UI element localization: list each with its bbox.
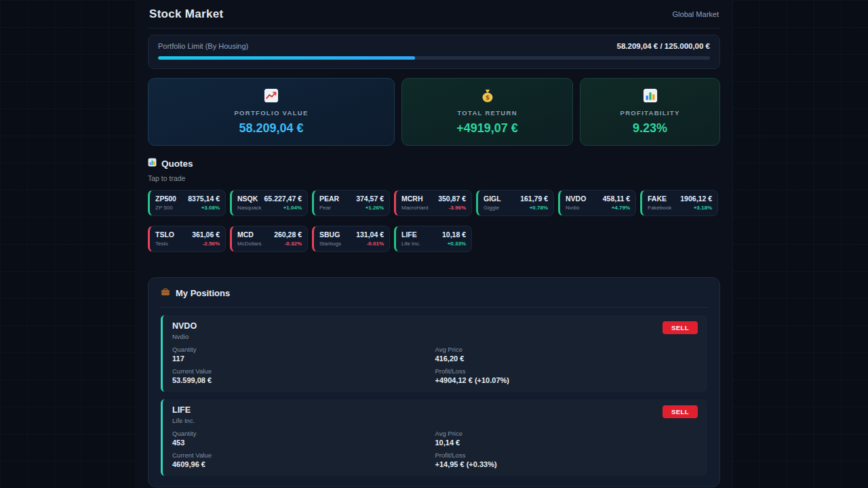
current-value-field: Current Value 53.599,08 €	[172, 367, 435, 384]
quote-name: McDollars	[237, 241, 262, 247]
portfolio-limit-progressbar	[158, 56, 710, 60]
current-value-value: 4609,96 €	[172, 460, 435, 468]
profit-loss-field: Profit/Loss +14,95 € (+0.33%)	[435, 451, 698, 468]
quote-card-life[interactable]: LIFELife Inc. 10,18 €+0.33%	[394, 226, 472, 252]
profitability-card: PROFITABILITY 9.23%	[580, 78, 720, 146]
current-value-label: Current Value	[172, 451, 435, 459]
portfolio-limit-card: Portfolio Limit (By Housing) 58.209,04 €…	[148, 35, 720, 69]
quote-card-sbug[interactable]: SBUGStarbugs 131,04 €-0.01%	[312, 226, 390, 252]
quote-symbol: FAKE	[648, 195, 671, 203]
quote-card-tslo[interactable]: TSLOTeslo 361,06 €-2.56%	[148, 226, 226, 252]
avg-price-label: Avg Price	[435, 346, 698, 353]
quote-card-mcd[interactable]: MCDMcDollars 260,28 €-0.32%	[230, 226, 308, 252]
position-symbol: LIFE	[172, 405, 195, 415]
quote-price: 10,18 €	[442, 230, 466, 239]
portfolio-limit-value: 58.209,04 € / 125.000,00 €	[617, 42, 710, 50]
money-bag-icon: $	[409, 87, 566, 104]
quote-change: +1.04%	[264, 205, 302, 211]
quote-name: Nvdio	[566, 205, 586, 211]
profit-loss-label: Profit/Loss	[435, 367, 698, 375]
sell-button-nvdo[interactable]: SELL	[663, 321, 698, 334]
quantity-field: Quantity 117	[172, 346, 435, 363]
profitability-amount: 9.23%	[587, 121, 713, 136]
quote-grid: ZP500ZP 500 8375,14 €+3.08% NSQKNasquack…	[148, 190, 720, 252]
quote-name: Fakebook	[648, 205, 671, 211]
quote-card-pear[interactable]: PEARPear 374,57 €+1.26%	[312, 190, 390, 216]
quote-price: 350,87 €	[438, 195, 466, 203]
profitability-label: PROFITABILITY	[587, 109, 713, 117]
quote-change: +0.33%	[442, 241, 466, 247]
position-name: Life Inc.	[172, 417, 195, 424]
avg-price-value: 10,14 €	[435, 439, 698, 447]
quote-change: -2.56%	[192, 241, 220, 247]
page-title: Stock Market	[149, 7, 223, 21]
position-symbol: NVDO	[172, 321, 197, 331]
quote-change: -0.32%	[274, 241, 302, 247]
quote-card-gigl[interactable]: GIGLGiggle 161,79 €+0.78%	[476, 190, 554, 216]
quote-symbol: NVDO	[566, 195, 586, 203]
portfolio-limit-progress-fill	[158, 56, 415, 60]
quote-symbol: MCRH	[401, 195, 429, 203]
quantity-label: Quantity	[172, 430, 435, 437]
position-name: Nvdio	[172, 333, 197, 340]
quote-card-zp500[interactable]: ZP500ZP 500 8375,14 €+3.08%	[148, 190, 226, 216]
my-positions-title: My Positions	[176, 288, 230, 298]
total-return-label: TOTAL RETURN	[409, 109, 566, 117]
global-market-label: Global Market	[673, 10, 719, 18]
quotes-bar-chart-icon	[148, 158, 157, 169]
portfolio-value-amount: 58.209,04 €	[155, 121, 387, 136]
current-value-value: 53.599,08 €	[172, 376, 435, 384]
quote-name: Nasquack	[237, 205, 262, 211]
quote-card-fake[interactable]: FAKEFakebook 1906,12 €+3.18%	[640, 190, 718, 216]
quote-name: Pear	[319, 205, 339, 211]
tap-to-trade-hint: Tap to trade	[148, 174, 720, 182]
quote-change: +4.79%	[603, 205, 630, 211]
portfolio-limit-label: Portfolio Limit (By Housing)	[158, 42, 248, 50]
quote-card-nsqk[interactable]: NSQKNasquack 65.227,47 €+1.04%	[230, 190, 308, 216]
quote-name: MacroHard	[401, 205, 429, 211]
quote-price: 8375,14 €	[188, 195, 220, 203]
quote-name: Starbugs	[319, 241, 341, 247]
quote-price: 131,04 €	[356, 230, 384, 239]
quote-change: -0.01%	[356, 241, 384, 247]
quote-symbol: SBUG	[319, 230, 341, 239]
quote-price: 65.227,47 €	[264, 195, 302, 203]
svg-text:$: $	[485, 94, 489, 101]
stock-market-page: Stock Market Global Market Portfolio Lim…	[136, 0, 732, 488]
quote-symbol: NSQK	[237, 195, 262, 203]
quote-symbol: MCD	[237, 230, 262, 239]
profit-loss-value: +4904,12 € (+10.07%)	[435, 376, 698, 384]
position-row-nvdo: NVDO Nvdio SELL Quantity 117 Avg Price 4…	[161, 315, 707, 392]
avg-price-value: 416,20 €	[435, 354, 698, 363]
my-positions-header: My Positions	[161, 287, 707, 308]
stat-cards: PORTFOLIO VALUE 58.209,04 € $ TOTAL RETU…	[148, 78, 720, 146]
quote-symbol: LIFE	[401, 230, 420, 239]
quotes-section-header: Quotes	[148, 158, 720, 169]
portfolio-value-card: PORTFOLIO VALUE 58.209,04 €	[148, 78, 395, 146]
bar-chart-icon	[587, 87, 713, 104]
quote-symbol: ZP500	[155, 195, 176, 203]
quantity-label: Quantity	[172, 346, 435, 353]
quotes-title: Quotes	[161, 159, 193, 169]
quote-card-mcrh[interactable]: MCRHMacroHard 350,87 €-3.96%	[394, 190, 472, 216]
current-value-field: Current Value 4609,96 €	[172, 451, 435, 468]
header: Stock Market Global Market	[148, 0, 720, 28]
total-return-card: $ TOTAL RETURN +4919,07 €	[401, 78, 573, 146]
total-return-amount: +4919,07 €	[409, 121, 566, 136]
quote-symbol: PEAR	[319, 195, 339, 203]
quote-change: +1.26%	[356, 205, 384, 211]
my-positions-panel: My Positions NVDO Nvdio SELL Quantity 11…	[148, 277, 720, 487]
sell-button-life[interactable]: SELL	[663, 405, 698, 418]
quantity-value: 453	[172, 439, 435, 447]
profit-loss-value: +14,95 € (+0.33%)	[435, 460, 698, 468]
quote-name: ZP 500	[155, 205, 176, 211]
quote-card-nvdo[interactable]: NVDONvdio 458,11 €+4.79%	[558, 190, 636, 216]
current-value-label: Current Value	[172, 367, 435, 375]
quote-price: 260,28 €	[274, 230, 302, 239]
quote-name: Teslo	[155, 241, 174, 247]
chart-increasing-icon	[155, 87, 387, 104]
avg-price-label: Avg Price	[435, 430, 698, 437]
quote-price: 1906,12 €	[680, 195, 712, 203]
quote-change: +3.08%	[188, 205, 220, 211]
quote-name: Giggle	[484, 205, 501, 211]
